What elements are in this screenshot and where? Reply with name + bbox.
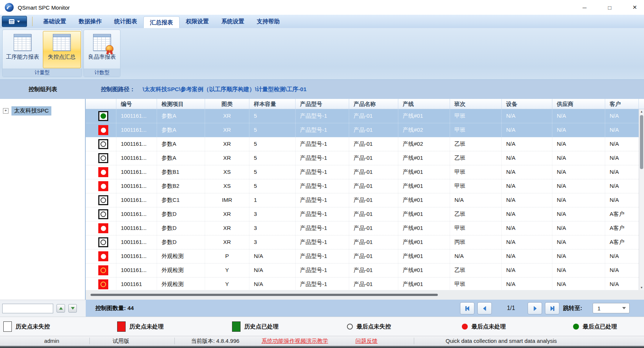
table-row[interactable]: 1001161外观检测YN/A产品型号-1产品-01产线#01甲班N/AN/AN… <box>86 278 639 290</box>
table-cell: 产品-01 <box>349 249 398 263</box>
menu-item-6[interactable]: 支持帮助 <box>251 15 286 28</box>
bottom-edge-strip <box>0 346 644 348</box>
table-cell: 1001161... <box>116 263 157 277</box>
breadcrumb[interactable]: \太友科技SPC\参考案例（以工序顺序构建）\计量型检测\工序-01 <box>143 86 307 93</box>
table-cell: 5 <box>249 165 296 179</box>
table-cell: 产品型号-1 <box>296 193 349 207</box>
column-header-图类[interactable]: 图类 <box>205 99 249 109</box>
maximize-button[interactable]: □ <box>606 4 614 11</box>
jump-to-page-select[interactable]: 1 <box>593 303 630 313</box>
menu-item-0[interactable]: 基础设置 <box>37 15 72 28</box>
version-label: 当前版本: 4.8.4.996 <box>191 336 239 346</box>
table-row[interactable]: 1001161...参数DXR3产品型号-1产品-01产线#01丙班N/AN/A… <box>86 235 639 249</box>
tree-node-label[interactable]: 太友科技SPC <box>11 106 51 116</box>
table-cell: XR <box>205 235 249 249</box>
tree-search-row <box>0 300 86 317</box>
table-cell: N/A <box>502 278 552 290</box>
path-band: 控制组列表 控制图路径： \太友科技SPC\参考案例（以工序顺序构建）\计量型检… <box>0 79 644 99</box>
table-row[interactable]: 1001161...参数B1XS5产品型号-1产品-01产线#01甲班N/AN/… <box>86 165 639 179</box>
horizontal-scrollbar-thumb[interactable] <box>91 294 438 296</box>
table-row[interactable]: 1001161...参数B2XS5产品型号-1产品-01产线#01甲班N/AN/… <box>86 179 639 193</box>
column-header-客户[interactable]: 客户 <box>605 99 639 109</box>
menu-item-2[interactable]: 统计图表 <box>108 15 143 28</box>
ribbon-button-0-1[interactable]: 失控点汇总 <box>43 31 81 68</box>
legend-item-2: 历史点已处理 <box>232 317 279 336</box>
red-yellow-ring-icon <box>98 265 108 275</box>
table-cell: 5 <box>249 179 296 193</box>
table-cell: 产线#02 <box>398 123 450 137</box>
table-cell: N/A <box>502 137 552 151</box>
table-cell: N/A <box>605 151 639 165</box>
minimize-button[interactable]: ─ <box>580 4 589 11</box>
scroll-up-icon[interactable]: ▲ <box>639 110 644 113</box>
table-cell: N/A <box>552 165 605 179</box>
scroll-down-icon[interactable]: ▼ <box>639 286 644 289</box>
table-cell: 甲班 <box>450 221 502 235</box>
column-header-样本容量[interactable]: 样本容量 <box>249 99 296 109</box>
table-cell: 1 <box>249 193 296 207</box>
video-tutorial-link[interactable]: 系统功能操作视频演示教学 <box>262 336 328 346</box>
ribbon-button-0-0[interactable]: 工序能力报表 <box>4 31 42 68</box>
table-cell: 产品型号-1 <box>296 123 349 137</box>
table-row[interactable]: 1001161...外观检测YN/A产品型号-1产品-01产线#01乙班N/AN… <box>86 263 639 278</box>
table-row[interactable]: 1001161...参数AXR5产品型号-1产品-01产线#01甲班N/AN/A… <box>86 109 639 123</box>
legend-label: 最后点未处理 <box>471 323 506 331</box>
table-row[interactable]: 1001161...参数C1IMR1产品型号-1产品-01产线#01N/AN/A… <box>86 193 639 207</box>
last-page-button[interactable] <box>545 302 559 314</box>
legend-label: 最后点未失控 <box>357 323 391 331</box>
column-header-编号[interactable]: 编号 <box>116 99 157 109</box>
app-menu-button[interactable] <box>2 16 27 27</box>
table-row[interactable]: 1001161...外观检测PN/A产品型号-1产品-01产线#01N/AN/A… <box>86 249 639 263</box>
control-group-list-header: 控制组列表 <box>0 86 86 93</box>
table-cell: 产品型号-1 <box>296 109 349 123</box>
table-cell: XR <box>205 151 249 165</box>
column-header-检测项目[interactable]: 检测项目 <box>157 99 205 109</box>
column-header-产线[interactable]: 产线 <box>398 99 450 109</box>
hollow-circle-icon <box>98 139 108 149</box>
close-button[interactable]: ✕ <box>631 4 639 11</box>
table-cell: 5 <box>249 137 296 151</box>
vertical-scrollbar-thumb[interactable] <box>640 115 643 169</box>
ribbon: 工序能力报表失控点汇总计量型良品率报表计数型 <box>0 28 644 80</box>
column-header-status[interactable] <box>86 99 116 109</box>
table-cell: 外观检测 <box>157 249 205 263</box>
table-cell: 产线#01 <box>398 235 450 249</box>
table-cell: 1001161... <box>116 193 157 207</box>
column-header-班次[interactable]: 班次 <box>450 99 502 109</box>
move-down-button[interactable] <box>68 304 77 313</box>
vertical-scrollbar[interactable]: ▲ ▼ <box>639 109 644 290</box>
previous-page-button[interactable] <box>477 302 492 314</box>
horizontal-scrollbar[interactable] <box>86 290 644 300</box>
table-row[interactable]: 1001161...参数AXR5产品型号-1产品-01产线#02乙班N/AN/A… <box>86 137 639 151</box>
chart-count-label: 控制图数量: 44 <box>95 300 134 317</box>
next-page-button[interactable] <box>528 302 542 314</box>
table-row[interactable]: 1001161...参数DXR3产品型号-1产品-01产线#01甲班N/AN/A… <box>86 221 639 235</box>
table-cell: N/A <box>502 123 552 137</box>
table-cell: 产品-01 <box>349 263 398 277</box>
ribbon-button-label: 失控点汇总 <box>48 54 76 61</box>
table-cell: N/A <box>552 137 605 151</box>
window-title: QSmart SPC Monitor <box>18 4 70 11</box>
column-header-产品型号[interactable]: 产品型号 <box>296 99 349 109</box>
tree-search-input[interactable] <box>2 304 53 313</box>
table-row[interactable]: 1001161...参数DXR3产品型号-1产品-01产线#01乙班N/AN/A… <box>86 207 639 221</box>
tree-expand-icon[interactable]: + <box>3 108 8 114</box>
table-row[interactable]: 1001161...参数AXR5产品型号-1产品-01产线#02甲班N/AN/A… <box>86 123 639 137</box>
menu-item-3[interactable]: 汇总报表 <box>143 16 180 28</box>
table-row[interactable]: 1001161...参数AXR5产品型号-1产品-01产线#01乙班N/AN/A… <box>86 151 639 165</box>
menu-item-5[interactable]: 系统设置 <box>215 15 251 28</box>
red-dot-icon <box>98 125 108 135</box>
first-page-button[interactable] <box>460 302 474 314</box>
table-cell: N/A <box>502 179 552 193</box>
column-header-供应商[interactable]: 供应商 <box>552 99 605 109</box>
feedback-link[interactable]: 问题反馈 <box>355 336 378 346</box>
column-header-设备[interactable]: 设备 <box>502 99 552 109</box>
column-header-产品名称[interactable]: 产品名称 <box>349 99 398 109</box>
table-cell: N/A <box>502 263 552 277</box>
table-cell: 产品型号-1 <box>296 249 349 263</box>
ribbon-button-1-0[interactable]: 良品率报表 <box>84 31 120 68</box>
menu-item-4[interactable]: 权限设置 <box>180 15 215 28</box>
move-up-button[interactable] <box>57 304 65 313</box>
menu-item-1[interactable]: 数据操作 <box>72 15 108 28</box>
table-cell: N/A <box>605 179 639 193</box>
